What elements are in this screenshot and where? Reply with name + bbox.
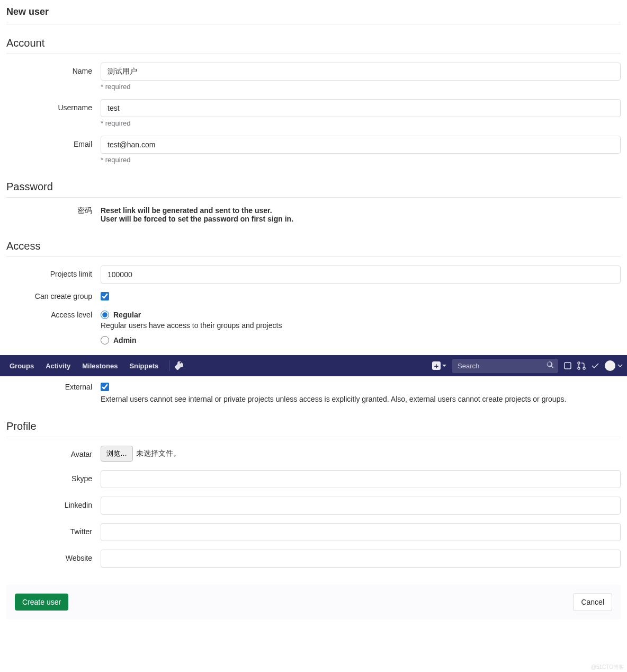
nav-snippets[interactable]: Snippets	[124, 358, 164, 374]
website-field[interactable]	[101, 550, 621, 568]
twitter-field[interactable]	[101, 523, 621, 541]
username-field[interactable]	[101, 99, 621, 117]
password-section: Password 密码 Reset link will be generated…	[6, 181, 621, 223]
email-field[interactable]	[101, 136, 621, 154]
external-desc: External users cannot see internal or pr…	[101, 395, 621, 403]
username-label: Username	[6, 99, 101, 112]
create-user-button[interactable]: Create user	[15, 594, 68, 611]
avatar-browse-button[interactable]: 浏览…	[101, 446, 133, 462]
skype-label: Skype	[6, 470, 101, 483]
user-menu[interactable]	[605, 360, 623, 371]
cancel-button[interactable]: Cancel	[573, 593, 612, 611]
name-field[interactable]	[101, 63, 621, 81]
nav-activity[interactable]: Activity	[40, 358, 76, 374]
todos-icon[interactable]	[591, 361, 599, 370]
search-input[interactable]	[452, 359, 558, 373]
merge-requests-icon[interactable]	[577, 361, 586, 370]
issues-icon[interactable]	[563, 361, 572, 370]
access-level-regular-label: Regular	[113, 311, 141, 319]
account-heading: Account	[6, 37, 621, 54]
external-checkbox[interactable]	[101, 383, 109, 391]
password-label: 密码	[6, 206, 101, 216]
access-section: Access Projects limit Can create group A…	[6, 240, 621, 403]
nav-divider	[169, 360, 169, 371]
external-label: External	[6, 383, 101, 391]
nav-groups[interactable]: Groups	[4, 358, 39, 374]
access-level-admin-radio[interactable]	[101, 336, 109, 344]
avatar-no-file-text: 未选择文件。	[136, 449, 181, 458]
access-level-label: Access level	[6, 311, 101, 319]
password-note-2: User will be forced to set the password …	[101, 215, 621, 223]
access-heading: Access	[6, 240, 621, 257]
username-required-text: * required	[101, 119, 621, 127]
avatar-label: Avatar	[6, 446, 101, 458]
chevron-down-icon	[442, 363, 447, 368]
new-dropdown[interactable]: +	[432, 361, 447, 370]
linkedin-field[interactable]	[101, 497, 621, 515]
nav-milestones[interactable]: Milestones	[77, 358, 123, 374]
access-level-regular-radio[interactable]	[101, 311, 109, 319]
linkedin-label: Linkedin	[6, 497, 101, 509]
website-label: Website	[6, 550, 101, 562]
account-section: Account Name * required Username * requi…	[6, 37, 621, 164]
skype-field[interactable]	[101, 470, 621, 488]
password-note-1: Reset link will be generated and sent to…	[101, 206, 621, 215]
password-heading: Password	[6, 181, 621, 198]
name-required-text: * required	[101, 83, 621, 91]
can-create-group-checkbox[interactable]	[101, 292, 109, 300]
can-create-group-label: Can create group	[6, 292, 101, 300]
email-required-text: * required	[101, 156, 621, 164]
access-level-admin-label: Admin	[113, 336, 137, 344]
search-icon	[547, 361, 554, 370]
name-label: Name	[6, 63, 101, 75]
wrench-icon[interactable]	[175, 361, 183, 370]
access-level-regular-desc: Regular users have access to their group…	[101, 321, 621, 330]
avatar	[605, 360, 615, 371]
email-label: Email	[6, 136, 101, 148]
chevron-down-icon	[617, 363, 623, 368]
twitter-label: Twitter	[6, 523, 101, 536]
profile-heading: Profile	[6, 420, 621, 437]
top-nav-bar: Groups Activity Milestones Snippets +	[0, 355, 627, 376]
projects-limit-field[interactable]	[101, 266, 621, 284]
page-title: New user	[6, 6, 621, 24]
actions-bar: Create user Cancel	[6, 585, 621, 620]
projects-limit-label: Projects limit	[6, 266, 101, 278]
profile-section: Profile Avatar 浏览… 未选择文件。 Skype Linkedin…	[6, 420, 621, 568]
svg-rect-0	[565, 362, 571, 369]
plus-icon: +	[432, 361, 441, 370]
